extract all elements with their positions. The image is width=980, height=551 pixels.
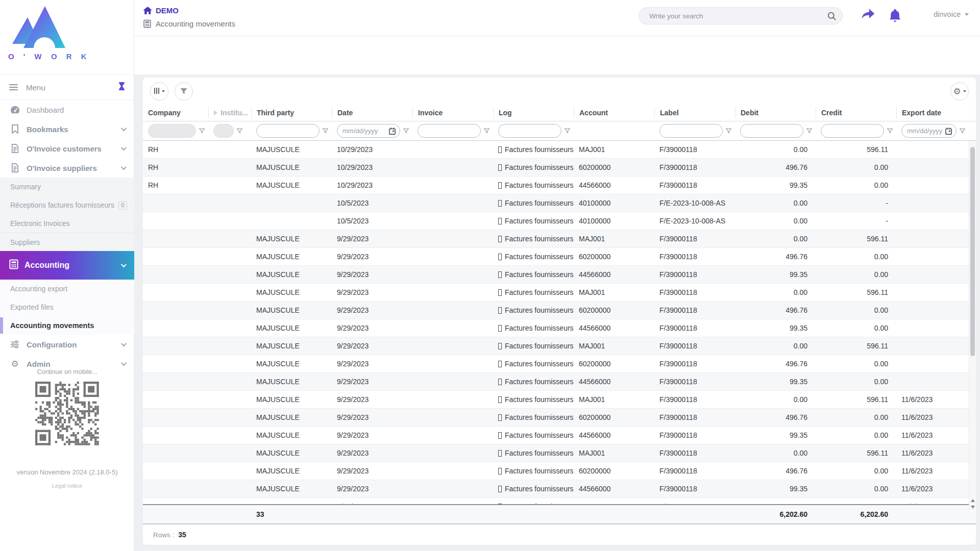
table-row[interactable]: MAJUSCULE9/29/2023Factures fournisseurs6…	[143, 248, 969, 266]
share-icon[interactable]	[861, 8, 875, 23]
table-row[interactable]: MAJUSCULE9/29/2023Factures fournisseursM…	[143, 230, 969, 248]
label-filter-input[interactable]	[659, 124, 723, 138]
column-header-export-date[interactable]: Export date	[896, 107, 969, 118]
columns-button[interactable]	[150, 82, 168, 101]
column-header-company[interactable]: Company	[143, 107, 208, 118]
sidebar-item-oinvoice-suppliers[interactable]: O'Invoice suppliers	[0, 158, 134, 178]
table-settings-button[interactable]: ⚙	[950, 82, 969, 101]
search-icon[interactable]	[827, 12, 836, 20]
invoice-filter-input[interactable]	[418, 124, 481, 138]
column-header-invoice[interactable]: Invoice	[412, 107, 493, 118]
scroll-up-button[interactable]	[970, 497, 976, 504]
table-row[interactable]: MAJUSCULE9/29/2023Factures fournisseurs4…	[143, 319, 969, 337]
sidebar-item-bookmarks[interactable]: Bookmarks	[0, 119, 134, 139]
table-row[interactable]: 10/5/2023Factures fournisseurs40100000F/…	[143, 194, 969, 212]
missing-glyph-icon	[498, 414, 502, 421]
third-party-filter-input[interactable]	[256, 124, 320, 138]
column-header-label[interactable]: Label	[654, 107, 735, 118]
sidebar-item-accounting-export[interactable]: Accounting export	[0, 280, 134, 298]
funnel-icon[interactable]	[403, 128, 409, 134]
table-row[interactable]: RHMAJUSCULE10/29/2023Factures fournisseu…	[143, 177, 969, 194]
vertical-scrollbar[interactable]	[969, 141, 976, 511]
export-date-filter-input[interactable]: mm/dd/yyyy	[901, 124, 957, 138]
sidebar-item-receptions-factures[interactable]: Réceptions factures fournisseurs 0	[0, 196, 134, 214]
funnel-icon[interactable]	[322, 128, 329, 134]
filter-button[interactable]	[175, 82, 193, 101]
sidebar-item-oinvoice-customers[interactable]: O'Invoice customers	[0, 139, 134, 158]
funnel-icon[interactable]	[199, 128, 205, 134]
hourglass-icon[interactable]	[118, 82, 125, 92]
scrollbar-thumb[interactable]	[970, 147, 975, 356]
column-header-date[interactable]: Date	[332, 107, 412, 118]
table-row[interactable]: MAJUSCULE9/29/2023Factures fournisseursM…	[143, 284, 969, 302]
bell-icon[interactable]	[889, 8, 901, 24]
calendar-icon[interactable]	[945, 128, 952, 135]
search-input[interactable]	[649, 12, 827, 20]
cell-label: F/39000118	[654, 270, 735, 279]
cell-credit: 0.00	[816, 181, 896, 189]
column-header-log[interactable]: Log	[493, 107, 574, 118]
cell-account: MAJ001	[574, 503, 654, 504]
date-filter-input[interactable]: mm/dd/yyyy	[337, 124, 400, 138]
column-header-institution[interactable]: Institu...	[208, 107, 251, 118]
legal-notice-link[interactable]: Legal notice	[0, 483, 134, 489]
sidebar-item-configuration[interactable]: Configuration	[0, 335, 134, 354]
sidebar-item-accounting[interactable]: Accounting	[0, 251, 134, 280]
column-header-third-party[interactable]: Third party	[251, 107, 332, 118]
sidebar-item-exported-files[interactable]: Exported files	[0, 298, 134, 316]
sidebar-item-suppliers[interactable]: Suppliers	[0, 233, 134, 251]
debit-filter-input[interactable]	[740, 124, 803, 138]
breadcrumb[interactable]: DEMO	[143, 6, 179, 15]
calendar-icon[interactable]	[389, 128, 396, 135]
cell-account: 44566000	[574, 485, 654, 493]
table-row[interactable]: MAJUSCULE9/29/2023Factures fournisseursM…	[143, 498, 969, 504]
column-header-account[interactable]: Account	[574, 107, 654, 118]
table-row[interactable]: RHMAJUSCULE10/29/2023Factures fournisseu…	[143, 159, 969, 177]
cell-debit: 0.00	[735, 342, 816, 350]
cell-label: F/39000118	[654, 306, 735, 314]
funnel-icon[interactable]	[806, 128, 813, 134]
cell-export-date: 11/6/2023	[896, 467, 969, 475]
sidebar-item-electronic-invoices[interactable]: Electronic Invoices	[0, 214, 134, 233]
expand-column-icon[interactable]	[214, 110, 217, 115]
column-header-credit[interactable]: Credit	[816, 107, 896, 118]
table-row[interactable]: MAJUSCULE9/29/2023Factures fournisseurs6…	[143, 355, 969, 373]
table-row[interactable]: MAJUSCULE9/29/2023Factures fournisseurs6…	[143, 462, 969, 480]
header-divider	[134, 36, 980, 36]
rows-count: 35	[178, 531, 186, 539]
sidebar-item-accounting-movements[interactable]: Accounting movements	[0, 316, 134, 335]
table-row[interactable]: MAJUSCULE9/29/2023Factures fournisseursM…	[143, 337, 969, 355]
cell-date: 9/29/2023	[332, 235, 412, 243]
cell-account: 60200000	[574, 306, 654, 314]
table-row[interactable]: MAJUSCULE9/29/2023Factures fournisseursM…	[143, 444, 969, 462]
cell-credit: 596.11	[816, 342, 896, 350]
table-header-row: Company Institu... Third party Date Invo…	[143, 104, 976, 121]
table-row[interactable]: MAJUSCULE9/29/2023Factures fournisseurs4…	[143, 480, 969, 498]
user-menu[interactable]: dinvoice	[934, 10, 969, 18]
table-row[interactable]: RHMAJUSCULE10/29/2023Factures fournisseu…	[143, 141, 969, 159]
hamburger-icon[interactable]	[9, 83, 18, 92]
cell-account: 60200000	[574, 413, 654, 421]
sidebar-item-summary[interactable]: Summary	[0, 178, 134, 196]
table-row[interactable]: MAJUSCULE9/29/2023Factures fournisseurs6…	[143, 302, 969, 319]
log-filter-input[interactable]	[498, 124, 561, 138]
funnel-icon[interactable]	[564, 128, 571, 134]
table-row[interactable]: MAJUSCULE9/29/2023Factures fournisseurs4…	[143, 266, 969, 284]
column-header-debit[interactable]: Debit	[735, 107, 816, 118]
sidebar-item-dashboard[interactable]: Dashboard	[0, 100, 134, 119]
missing-glyph-icon	[498, 432, 502, 439]
funnel-icon[interactable]	[959, 128, 966, 134]
cell-account: 40100000	[574, 199, 654, 207]
credit-filter-input[interactable]	[821, 124, 884, 138]
table-row[interactable]: 10/5/2023Factures fournisseurs40100000F/…	[143, 212, 969, 230]
table-row[interactable]: MAJUSCULE9/29/2023Factures fournisseursM…	[143, 391, 969, 409]
cell-third-party: MAJUSCULE	[251, 235, 332, 243]
table-row[interactable]: MAJUSCULE9/29/2023Factures fournisseurs4…	[143, 373, 969, 391]
funnel-icon[interactable]	[887, 128, 893, 134]
scroll-down-button[interactable]	[970, 504, 976, 510]
funnel-icon[interactable]	[725, 128, 732, 134]
table-row[interactable]: MAJUSCULE9/29/2023Factures fournisseurs6…	[143, 409, 969, 427]
table-row[interactable]: MAJUSCULE9/29/2023Factures fournisseurs4…	[143, 427, 969, 444]
funnel-icon[interactable]	[483, 128, 490, 134]
funnel-icon[interactable]	[236, 128, 243, 134]
